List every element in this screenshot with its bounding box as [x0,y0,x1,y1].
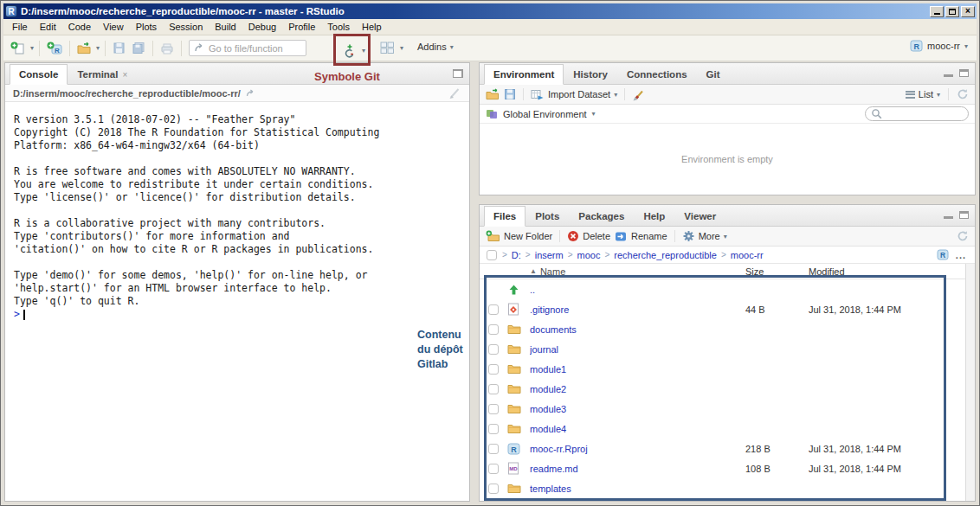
load-workspace-button[interactable] [486,88,500,100]
file-link[interactable]: module2 [530,384,566,394]
select-all-checkbox[interactable] [487,250,497,260]
tab-history[interactable]: History [564,64,617,85]
save-workspace-button[interactable] [504,88,516,100]
file-link[interactable]: documents [530,324,577,335]
more-file-actions-button[interactable]: More ▾ [682,230,727,242]
file-checkbox[interactable] [488,444,499,454]
file-checkbox[interactable] [488,364,499,375]
git-button[interactable] [341,42,358,60]
column-header-size[interactable]: Size [745,266,809,277]
file-link[interactable]: module3 [530,404,566,414]
menu-item-view[interactable]: View [97,20,130,34]
file-link[interactable]: .gitignore [530,304,569,315]
tab-connections[interactable]: Connections [617,64,697,85]
new-folder-button[interactable]: New Folder [486,230,552,242]
files-scrollbar[interactable] [965,264,975,501]
save-button[interactable] [111,40,127,56]
sort-ascending-icon[interactable]: ▲ [530,267,537,275]
minimize-window-button[interactable] [930,6,944,17]
environment-search-field[interactable] [886,109,955,118]
file-checkbox[interactable] [488,384,499,394]
menu-item-session[interactable]: Session [163,20,209,34]
environment-search-input[interactable] [865,106,969,121]
menu-item-file[interactable]: File [6,20,34,34]
refresh-icon[interactable] [957,230,969,242]
tab-plots[interactable]: Plots [525,206,569,227]
menu-item-debug[interactable]: Debug [242,20,282,34]
console-maximize-icon[interactable] [453,69,463,78]
tab-console[interactable]: Console [10,64,68,85]
tab-files[interactable]: Files [484,206,525,227]
file-link[interactable]: templates [530,484,571,494]
rproject-home-icon[interactable]: R [937,249,949,260]
goto-directory-icon[interactable] [246,89,256,98]
new-file-button[interactable] [9,40,28,57]
clear-environment-broom-button[interactable] [632,88,645,101]
close-window-button[interactable]: × [961,6,975,17]
file-checkbox[interactable] [488,424,499,434]
environment-maximize-icon[interactable] [959,69,969,77]
file-checkbox[interactable] [488,464,499,474]
column-header-modified[interactable]: Modified [809,266,964,277]
panes-layout-button[interactable] [378,40,397,56]
breadcrumb-link[interactable]: mooc-rr [731,250,764,260]
file-link[interactable]: .. [530,285,535,295]
scope-dropdown-icon[interactable]: ▾ [592,110,596,118]
menu-item-code[interactable]: Code [62,20,97,34]
menu-item-plots[interactable]: Plots [130,20,163,34]
breadcrumb-link[interactable]: D: [512,250,521,260]
tab-terminal[interactable]: Terminal× [68,64,137,85]
print-button[interactable] [158,41,176,56]
file-checkbox[interactable] [488,324,499,335]
tab-packages[interactable]: Packages [569,206,634,227]
breadcrumb-link[interactable]: inserm [535,250,564,260]
column-header-name[interactable]: Name [540,266,565,277]
file-checkbox[interactable] [488,304,499,315]
file-checkbox[interactable] [488,344,499,355]
menu-item-build[interactable]: Build [209,20,242,34]
new-project-button[interactable]: R [45,40,64,57]
project-selector[interactable]: R mooc-rr ▾ [910,40,968,52]
file-link[interactable]: readme.md [530,464,578,474]
tab-help[interactable]: Help [634,206,674,227]
environment-scope-selector[interactable]: Global Environment [503,109,587,119]
git-dropdown[interactable]: ▾ [362,47,365,54]
maximize-window-button[interactable] [945,6,959,17]
breadcrumb-link[interactable]: recherche_reproductible [614,250,717,260]
file-link[interactable]: module1 [530,364,566,375]
save-all-button[interactable] [130,40,147,56]
tab-close-icon[interactable]: × [122,70,127,80]
delete-file-button[interactable]: Delete [567,230,610,242]
file-link[interactable]: module4 [530,424,566,434]
menu-item-edit[interactable]: Edit [34,20,62,34]
console-output-area[interactable]: R version 3.5.1 (2018-07-02) -- "Feather… [5,102,469,501]
goto-file-function-input[interactable]: Go to file/function [189,40,306,56]
list-dropdown-icon: ▾ [937,91,940,99]
path-ellipsis-button[interactable]: ... [954,250,968,260]
import-dataset-button[interactable]: Import Dataset ▾ [531,89,617,100]
rename-file-button[interactable]: Rename [615,231,667,242]
files-maximize-icon[interactable] [959,211,969,219]
open-recent-dropdown[interactable]: ▾ [96,44,100,52]
tab-git[interactable]: Git [697,64,730,85]
menu-item-help[interactable]: Help [356,20,388,34]
open-file-button[interactable] [75,40,93,56]
env-display-list-button[interactable]: List ▾ [906,89,940,99]
file-checkbox[interactable] [488,484,499,494]
new-file-dropdown[interactable]: ▾ [30,44,34,52]
files-minimize-icon[interactable] [944,211,953,219]
menu-item-profile[interactable]: Profile [282,20,321,34]
breadcrumb-link[interactable]: mooc [577,250,601,260]
file-link[interactable]: mooc-rr.Rproj [530,444,588,454]
clear-console-broom-icon[interactable] [448,86,461,99]
addins-button[interactable]: Addins ▾ [417,42,454,52]
refresh-icon[interactable] [957,88,969,100]
environment-minimize-icon[interactable] [944,69,953,77]
tab-viewer[interactable]: Viewer [674,206,725,227]
file-link[interactable]: journal [530,344,558,355]
menu-item-tools[interactable]: Tools [321,20,356,34]
git-icon [343,43,357,58]
tab-environment[interactable]: Environment [484,64,564,85]
file-checkbox[interactable] [488,404,499,414]
panes-dropdown[interactable]: ▾ [400,44,403,52]
